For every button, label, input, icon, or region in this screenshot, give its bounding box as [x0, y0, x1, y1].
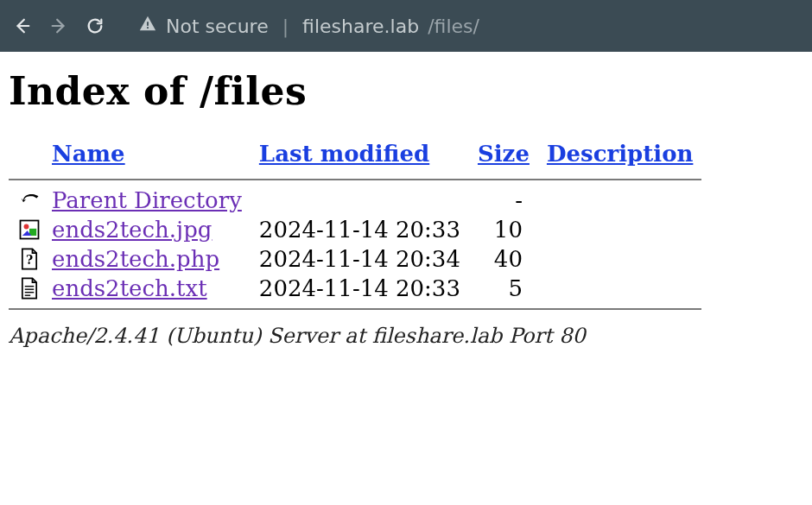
file-description — [538, 274, 701, 303]
back-icon — [9, 186, 43, 215]
svg-rect-3 — [147, 27, 149, 28]
parent-description — [538, 186, 701, 215]
table-row: ends2tech.txt 2024-11-14 20:33 5 — [9, 274, 701, 303]
file-size: 10 — [469, 215, 538, 244]
footer-separator — [9, 303, 701, 315]
file-modified: 2024-11-14 20:34 — [251, 244, 469, 274]
file-link[interactable]: ends2tech.php — [52, 246, 219, 272]
col-modified[interactable]: Last modified — [251, 137, 469, 174]
url-host: fileshare.lab — [302, 16, 419, 37]
parent-modified — [251, 186, 469, 215]
not-secure-icon — [138, 15, 157, 38]
header-row: Name Last modified Size Description — [9, 137, 701, 174]
parent-size: - — [469, 186, 538, 215]
svg-point-5 — [24, 224, 29, 230]
file-description — [538, 244, 701, 274]
file-modified: 2024-11-14 20:33 — [251, 215, 469, 244]
page-content: Index of /files Name Last modified Size … — [0, 52, 812, 357]
directory-listing: Name Last modified Size Description Pare… — [9, 137, 701, 315]
col-description[interactable]: Description — [538, 137, 701, 174]
file-size: 40 — [469, 244, 538, 274]
reload-button[interactable] — [85, 16, 105, 36]
address-bar[interactable]: Not secure | fileshare.lab/files/ — [138, 15, 479, 38]
url-path: /files/ — [428, 16, 479, 37]
forward-button[interactable] — [48, 16, 69, 36]
table-row: ? ends2tech.php 2024-11-14 20:34 40 — [9, 244, 701, 274]
file-description — [538, 215, 701, 244]
file-modified: 2024-11-14 20:33 — [251, 274, 469, 303]
svg-rect-2 — [147, 22, 149, 26]
sort-size-link[interactable]: Size — [478, 141, 530, 167]
browser-toolbar: Not secure | fileshare.lab/files/ — [0, 0, 812, 52]
unknown-file-icon: ? — [9, 244, 43, 274]
table-row: ends2tech.jpg 2024-11-14 20:33 10 — [9, 215, 701, 244]
col-size[interactable]: Size — [469, 137, 538, 174]
sort-name-link[interactable]: Name — [52, 141, 125, 167]
security-label: Not secure — [166, 16, 269, 37]
file-link[interactable]: ends2tech.txt — [52, 275, 207, 301]
server-signature: Apache/2.4.41 (Ubuntu) Server at filesha… — [9, 324, 803, 348]
file-size: 5 — [469, 274, 538, 303]
address-separator: | — [277, 16, 294, 37]
svg-text:?: ? — [26, 253, 33, 267]
image-file-icon — [9, 215, 43, 244]
file-link[interactable]: ends2tech.jpg — [52, 217, 212, 243]
col-name[interactable]: Name — [43, 137, 251, 174]
col-icon — [9, 137, 43, 174]
header-separator — [9, 174, 701, 186]
text-file-icon — [9, 274, 43, 303]
parent-directory-link[interactable]: Parent Directory — [52, 187, 242, 213]
sort-description-link[interactable]: Description — [547, 141, 693, 167]
page-title: Index of /files — [9, 69, 803, 113]
back-button[interactable] — [12, 16, 33, 36]
parent-row: Parent Directory - — [9, 186, 701, 215]
sort-modified-link[interactable]: Last modified — [259, 141, 429, 167]
